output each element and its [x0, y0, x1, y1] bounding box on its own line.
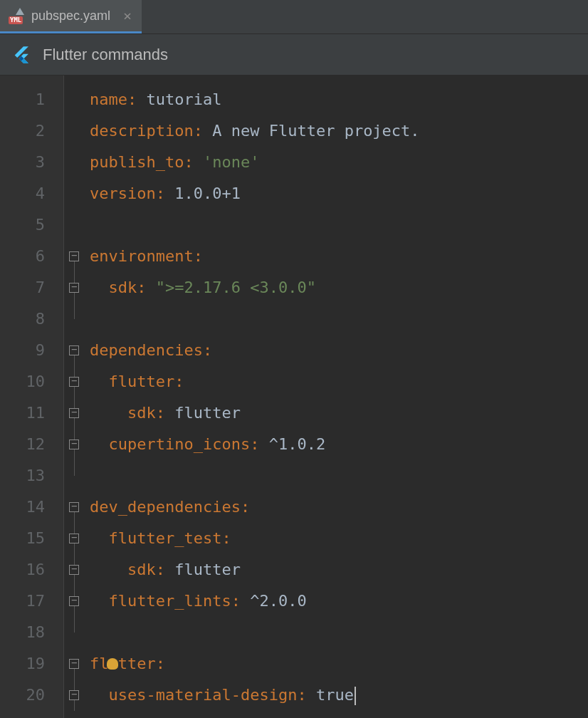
code-line: environment:	[90, 241, 588, 272]
line-number: 16	[0, 554, 63, 586]
line-number: 10	[0, 366, 63, 397]
fold-toggle-icon[interactable]	[69, 345, 79, 355]
file-tab[interactable]: YML pubspec.yaml ×	[0, 0, 142, 33]
code-line: dev_dependencies:	[90, 491, 588, 523]
fold-toggle-icon[interactable]	[69, 251, 79, 261]
text-cursor	[355, 687, 356, 705]
line-number: 9	[0, 335, 63, 366]
fold-toggle-icon[interactable]	[69, 534, 79, 543]
line-number: 13	[0, 460, 63, 491]
yaml-file-icon: YML	[10, 8, 26, 24]
code-line: dependencies:	[90, 335, 588, 366]
code-line: flutter:	[90, 366, 588, 397]
line-number: 3	[0, 147, 63, 178]
intention-bulb-icon[interactable]	[107, 658, 118, 670]
code-line: flutter_test:	[90, 523, 588, 554]
fold-toggle-icon[interactable]	[69, 439, 79, 449]
line-gutter: 1 2 3 4 5 6 7 8 9 10 11 12 13 14 15 16 1…	[0, 76, 64, 718]
code-line: sdk: flutter	[90, 554, 588, 586]
code-line: version: 1.0.0+1	[90, 178, 588, 209]
code-editor[interactable]: 1 2 3 4 5 6 7 8 9 10 11 12 13 14 15 16 1…	[0, 76, 588, 718]
line-number: 1	[0, 84, 63, 115]
line-number: 2	[0, 115, 63, 147]
line-number: 11	[0, 397, 63, 429]
fold-toggle-icon[interactable]	[69, 377, 79, 387]
tab-bar: YML pubspec.yaml ×	[0, 0, 588, 34]
banner-title: Flutter commands	[43, 46, 168, 64]
flutter-commands-banner[interactable]: Flutter commands	[0, 34, 588, 76]
fold-toggle-icon[interactable]	[69, 283, 79, 293]
line-number: 15	[0, 523, 63, 554]
line-number: 5	[0, 209, 63, 241]
code-line: flutter_lints: ^2.0.0	[90, 586, 588, 617]
code-line: flutter:	[90, 648, 588, 680]
fold-toggle-icon[interactable]	[69, 690, 79, 700]
flutter-logo-icon	[11, 45, 31, 65]
line-number: 6	[0, 241, 63, 272]
code-line: name: tutorial	[90, 84, 588, 115]
fold-toggle-icon[interactable]	[69, 408, 79, 418]
code-line	[90, 303, 588, 335]
fold-column	[64, 76, 84, 718]
code-line	[90, 617, 588, 648]
line-number: 18	[0, 617, 63, 648]
line-number: 12	[0, 429, 63, 460]
close-icon[interactable]: ×	[123, 7, 132, 24]
line-number: 19	[0, 648, 63, 680]
code-content[interactable]: name: tutorial description: A new Flutte…	[84, 76, 588, 718]
line-number: 20	[0, 680, 63, 711]
tab-filename: pubspec.yaml	[31, 9, 110, 24]
fold-toggle-icon[interactable]	[69, 596, 79, 606]
code-line: sdk: flutter	[90, 397, 588, 429]
fold-toggle-icon[interactable]	[69, 502, 79, 512]
code-line: publish_to: 'none'	[90, 147, 588, 178]
line-number: 14	[0, 491, 63, 523]
code-line: description: A new Flutter project.	[90, 115, 588, 147]
code-line: uses-material-design: true	[90, 680, 588, 711]
code-line	[90, 460, 588, 491]
line-number: 17	[0, 586, 63, 617]
line-number: 8	[0, 303, 63, 335]
code-line: sdk: ">=2.17.6 <3.0.0"	[90, 272, 588, 303]
line-number: 4	[0, 178, 63, 209]
fold-toggle-icon[interactable]	[69, 659, 79, 669]
line-number: 7	[0, 272, 63, 303]
fold-toggle-icon[interactable]	[69, 565, 79, 575]
code-line	[90, 209, 588, 241]
code-line: cupertino_icons: ^1.0.2	[90, 429, 588, 460]
